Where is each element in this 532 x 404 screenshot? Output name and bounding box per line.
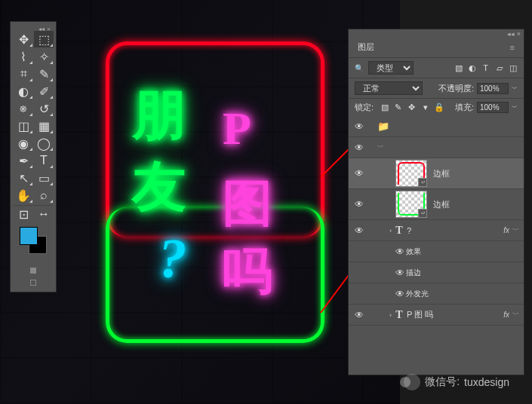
blend-row: 正常 不透明度: ﹀ (349, 78, 524, 98)
fx-badge[interactable]: fx (503, 226, 509, 234)
neon-text-2: P (223, 102, 251, 155)
chevron-down-icon[interactable]: ﹀ (512, 310, 519, 320)
lock-paint-icon[interactable]: ✎ (393, 103, 403, 112)
neon-text-6: 吗 (223, 237, 272, 305)
lock-row: 锁定: ▧ ✎ ✥ ▾ 🔒 填充: ﹀ (349, 98, 524, 116)
screen-mode-icon[interactable] (30, 280, 36, 286)
visibility-icon[interactable]: 👁 (353, 142, 365, 153)
close-icon[interactable]: × (517, 30, 521, 36)
filter-type-select[interactable]: 类型 (368, 61, 414, 75)
visibility-icon[interactable]: 👁 (353, 199, 365, 210)
brush-tool[interactable]: ✐ (34, 83, 54, 99)
layer-row[interactable]: 👁 › T P 图 吗 fx ﹀ (349, 305, 524, 326)
visibility-icon[interactable]: 👁 (394, 246, 406, 257)
opacity-label: 不透明度: (438, 83, 474, 94)
lasso-tool[interactable]: ⌇ (14, 48, 33, 65)
collapse-icon[interactable]: ◂◂ (507, 30, 515, 36)
fx-item[interactable]: 👁 外发光 (349, 283, 524, 305)
clone-stamp-tool[interactable]: ⎈ (14, 100, 33, 117)
panel-controls[interactable]: ◂◂× (14, 25, 53, 31)
chevron-down-icon[interactable]: ﹀ (377, 142, 384, 152)
layer-group-header[interactable]: 👁 📁 (349, 116, 524, 137)
dodge-tool[interactable]: ◯ (34, 135, 54, 152)
eyedropper-tool[interactable]: ✎ (34, 66, 54, 82)
collapse-icon[interactable]: ◂◂ (38, 26, 45, 30)
layer-list: 👁 📁 👁 ﹀ 👁 ▱ 边框 👁 ▱ 边框 👁 › T ? fx (349, 116, 524, 372)
layer-name[interactable]: ? (407, 226, 503, 235)
fill-input[interactable] (477, 102, 509, 113)
folder-icon: 📁 (377, 121, 389, 132)
move-tool[interactable]: ✥ (14, 31, 33, 47)
watermark: 微信号: tuxdesign (404, 374, 509, 390)
neon-text-3: 友 (132, 151, 186, 223)
layer-row[interactable]: 👁 ▱ 边框 (349, 189, 524, 220)
filter-pixel-icon[interactable]: ▧ (454, 63, 463, 73)
lock-all-icon[interactable]: 🔒 (434, 103, 444, 112)
layer-thumbnail[interactable]: ▱ (395, 191, 427, 218)
magic-wand-tool[interactable]: ✧ (34, 48, 54, 65)
marquee-tool[interactable]: ⬚ (34, 31, 54, 47)
visibility-icon[interactable]: 👁 (353, 225, 365, 236)
edit-mode-tool[interactable]: ⊡ (14, 206, 33, 222)
visibility-icon[interactable]: 👁 (394, 268, 406, 278)
layer-name[interactable]: P 图 吗 (407, 309, 503, 320)
type-tool[interactable]: T (34, 152, 54, 169)
fx-stroke-label: 描边 (406, 268, 421, 278)
search-icon[interactable]: 🔍 (355, 64, 364, 72)
wechat-icon (404, 374, 420, 390)
canvas[interactable]: 朋 P 友 图 ? 吗 (0, 0, 400, 404)
layer-row[interactable]: 👁 ▱ 边框 (349, 158, 524, 189)
color-swatches (14, 222, 53, 265)
tools-panel: ◂◂× ✥⬚⌇✧⌗✎◐✐⎈↺◫▦◉◯✒T↖▭✋⌕ ⊡↔ (10, 21, 57, 292)
layer-thumbnail[interactable]: ▱ (395, 160, 427, 187)
lock-position-icon[interactable]: ✥ (407, 103, 417, 112)
zoom-tool[interactable]: ⌕ (34, 187, 54, 204)
history-brush-tool[interactable]: ↺ (34, 100, 54, 117)
type-layer-icon: T (392, 309, 407, 321)
neon-text-1: 朋 (132, 79, 186, 152)
filter-type-icon[interactable]: T (481, 63, 490, 73)
foreground-color-swatch[interactable] (20, 227, 38, 245)
fx-badge[interactable]: fx (503, 311, 509, 319)
opacity-input[interactable] (477, 83, 509, 94)
panel-controls[interactable]: ◂◂× (349, 29, 524, 37)
path-select-tool[interactable]: ↖ (14, 170, 33, 186)
crop-tool[interactable]: ⌗ (14, 66, 33, 82)
blur-tool[interactable]: ◉ (14, 135, 33, 152)
chevron-down-icon[interactable]: ﹀ (512, 84, 518, 93)
fx-item[interactable]: 👁 描边 (349, 262, 524, 283)
layer-row[interactable]: 👁 › T ? fx ﹀ (349, 220, 524, 241)
panel-menu-icon[interactable]: ≡ (510, 43, 515, 52)
blend-mode-select[interactable]: 正常 (355, 81, 423, 95)
lock-transparent-icon[interactable]: ▧ (380, 103, 389, 112)
layers-panel: ◂◂× 图层 ≡ 🔍 类型 ▧ ◐ T ▱ ◫ 正常 不透明度: ﹀ 锁定: ▧… (348, 29, 524, 375)
layer-name[interactable]: 边框 (433, 199, 519, 210)
filter-adjust-icon[interactable]: ◐ (467, 63, 477, 73)
filter-shape-icon[interactable]: ▱ (494, 63, 504, 73)
visibility-icon[interactable]: 👁 (394, 289, 406, 299)
layers-tab[interactable]: 图层 (358, 41, 374, 53)
healing-brush-tool[interactable]: ◐ (14, 83, 33, 99)
pen-tool[interactable]: ✒ (14, 152, 33, 169)
chevron-down-icon[interactable]: ﹀ (512, 225, 519, 235)
green-neon-border (106, 207, 324, 343)
visibility-icon[interactable]: 👁 (353, 310, 365, 320)
close-icon[interactable]: × (47, 26, 51, 30)
quick-mask-icon[interactable] (30, 268, 36, 274)
visibility-icon[interactable]: 👁 (353, 168, 365, 179)
panel-tab-bar: 图层 ≡ (349, 37, 524, 57)
layer-group-expand[interactable]: 👁 ﹀ (349, 137, 524, 158)
gradient-tool[interactable]: ▦ (34, 118, 54, 134)
type-layer-icon: T (392, 225, 407, 237)
layer-name[interactable]: 边框 (433, 168, 519, 179)
neon-text-4: 图 (223, 170, 272, 237)
chevron-down-icon[interactable]: ﹀ (512, 103, 518, 112)
eraser-tool[interactable]: ◫ (14, 118, 33, 134)
lock-artboard-icon[interactable]: ▾ (420, 103, 430, 112)
visibility-icon[interactable]: 👁 (353, 121, 365, 132)
hand-tool[interactable]: ✋ (14, 187, 33, 204)
rectangle-tool[interactable]: ▭ (34, 170, 54, 186)
filter-smart-icon[interactable]: ◫ (508, 63, 518, 73)
fx-header[interactable]: 👁 效果 (349, 241, 524, 262)
screen-mode-tool[interactable]: ↔ (34, 206, 54, 222)
